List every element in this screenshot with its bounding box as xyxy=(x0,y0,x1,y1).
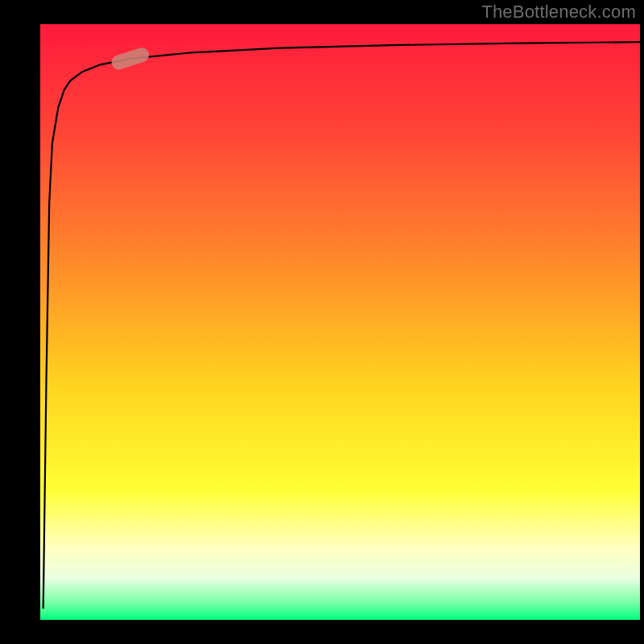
chart-frame: TheBottleneck.com xyxy=(0,0,644,644)
bottleneck-chart xyxy=(0,0,644,644)
plot-background xyxy=(40,24,640,620)
